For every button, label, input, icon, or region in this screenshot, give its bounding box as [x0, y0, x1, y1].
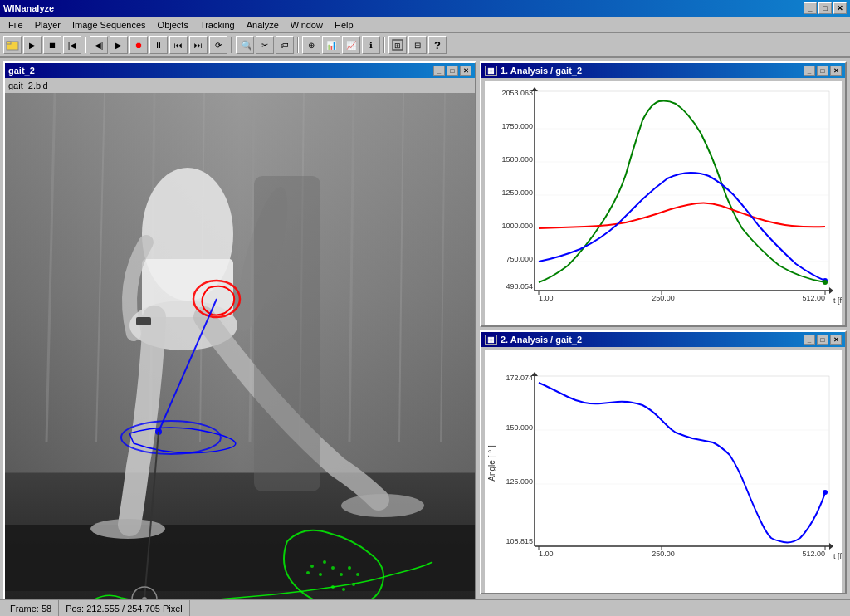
video-panel: gait_2 _ □ ✕ gait_2.bld	[3, 61, 476, 601]
svg-text:108.815: 108.815	[506, 537, 533, 545]
svg-point-22	[341, 494, 424, 517]
analysis2-minimize-btn[interactable]: _	[804, 335, 815, 345]
svg-rect-24	[254, 176, 320, 491]
menu-window[interactable]: Window	[286, 18, 328, 32]
svg-text:125.000: 125.000	[506, 477, 533, 486]
toolbar-record-btn[interactable]: ⏺	[129, 36, 148, 54]
toolbar-pause-btn[interactable]: ⏸	[149, 36, 168, 54]
svg-rect-23	[136, 317, 151, 325]
minimize-button[interactable]: _	[804, 2, 817, 14]
toolbar-btn5[interactable]: ⏮	[169, 36, 188, 54]
menu-bar: File Player Image Sequences Objects Trac…	[0, 17, 850, 33]
titlebar-controls: _ □ ✕	[804, 2, 847, 14]
chart-svg-2: Angle [ ° ] 172.074 150.000 125.000 108.…	[485, 350, 842, 593]
analysis-panel-1: ▦ 1. Analysis / gait_2 _ □ ✕ x [mm	[480, 61, 847, 327]
svg-text:150.000: 150.000	[506, 423, 533, 432]
svg-text:1.00: 1.00	[539, 550, 554, 558]
toolbar-first-btn[interactable]: |◀	[63, 36, 81, 54]
svg-point-105	[823, 490, 828, 495]
analysis1-close-btn[interactable]: ✕	[830, 66, 842, 76]
right-panels: ▦ 1. Analysis / gait_2 _ □ ✕ x [mm	[480, 61, 847, 594]
svg-point-37	[340, 573, 343, 576]
maximize-button[interactable]: □	[818, 2, 832, 14]
analysis1-title: 1. Analysis / gait_2	[501, 66, 582, 76]
toolbar-stop-btn[interactable]: ⏹	[43, 36, 61, 54]
svg-text:498.054: 498.054	[506, 282, 533, 291]
menu-file[interactable]: File	[3, 18, 28, 32]
svg-text:512.00: 512.00	[802, 550, 825, 558]
video-frame	[5, 93, 475, 599]
toolbar-scissors-btn[interactable]: ✂	[256, 36, 274, 54]
analysis2-maximize-btn[interactable]: □	[817, 335, 828, 345]
svg-text:750.000: 750.000	[506, 255, 533, 263]
toolbar-forward-btn[interactable]: ▶	[110, 36, 128, 54]
toolbar-tag-btn[interactable]: 🏷	[276, 36, 294, 54]
toolbar-open-btn[interactable]	[3, 36, 22, 54]
analysis2-close-btn[interactable]: ✕	[830, 335, 842, 345]
svg-text:1250.000: 1250.000	[501, 188, 533, 197]
video-titlebar: gait_2 _ □ ✕	[5, 63, 475, 78]
toolbar-btn6[interactable]: ⏭	[189, 36, 208, 54]
svg-text:1000.000: 1000.000	[501, 222, 533, 230]
video-minimize-btn[interactable]: _	[433, 66, 445, 76]
toolbar-sep1	[85, 37, 86, 53]
analysis1-minimize-btn[interactable]: _	[804, 66, 815, 76]
menu-player[interactable]: Player	[30, 18, 66, 32]
svg-point-34	[331, 566, 335, 570]
svg-rect-1	[7, 42, 11, 44]
video-close-btn[interactable]: ✕	[460, 66, 471, 76]
status-position: Pos: 212.555 / 254.705 Pixel	[59, 600, 190, 616]
svg-point-36	[306, 571, 310, 574]
toolbar-info-btn[interactable]: ℹ	[362, 36, 380, 54]
analysis1-titlebar: ▦ 1. Analysis / gait_2 _ □ ✕	[481, 63, 845, 78]
menu-help[interactable]: Help	[330, 18, 359, 32]
video-title: gait_2	[8, 66, 35, 76]
toolbar-btn7[interactable]: ⟳	[209, 36, 227, 54]
toolbar-help-btn[interactable]: ?	[428, 36, 447, 54]
status-bar: Frame: 58 Pos: 212.555 / 254.705 Pixel	[0, 599, 850, 616]
status-frame: Frame: 58	[3, 600, 59, 616]
svg-text:2053.063: 2053.063	[501, 89, 533, 97]
svg-point-42	[331, 585, 335, 589]
svg-rect-16	[5, 525, 475, 591]
svg-text:250.00: 250.00	[652, 294, 675, 302]
menu-analyze[interactable]: Analyze	[242, 18, 284, 32]
toolbar-view-btn[interactable]: ⊞	[388, 36, 407, 54]
svg-text:1500.000: 1500.000	[501, 155, 533, 164]
menu-image-sequences[interactable]: Image Sequences	[67, 18, 151, 32]
svg-text:512.00: 512.00	[802, 294, 825, 302]
main-content: gait_2 _ □ ✕ gait_2.bld	[0, 58, 850, 598]
analysis2-title: 2. Analysis / gait_2	[501, 335, 582, 345]
svg-rect-58	[535, 91, 829, 291]
analysis1-controls: _ □ ✕	[804, 66, 842, 76]
video-content[interactable]	[5, 93, 475, 599]
toolbar-play-btn[interactable]: ▶	[23, 36, 42, 54]
toolbar-track-btn[interactable]: ⊕	[302, 36, 320, 54]
toolbar-expand-btn[interactable]: ⊟	[408, 36, 427, 54]
svg-text:1.00: 1.00	[539, 294, 554, 302]
analysis-panel-2: ▦ 2. Analysis / gait_2 _ □ ✕ Angle	[480, 330, 847, 594]
svg-text:Angle [ ° ]: Angle [ ° ]	[487, 445, 496, 482]
toolbar-chart-btn[interactable]: 📈	[342, 36, 360, 54]
toolbar-zoom-btn[interactable]: 🔍	[236, 36, 254, 54]
toolbar-prev-frame-btn[interactable]: ◀|	[90, 36, 108, 54]
app-title: WINanalyze	[3, 3, 54, 13]
video-window-controls: _ □ ✕	[433, 66, 471, 76]
svg-point-21	[90, 519, 165, 539]
chart-area-2: Angle [ ° ] 172.074 150.000 125.000 108.…	[485, 350, 842, 593]
video-subtitle: gait_2.bld	[5, 78, 475, 93]
analysis1-maximize-btn[interactable]: □	[817, 66, 828, 76]
svg-point-33	[323, 560, 326, 564]
menu-objects[interactable]: Objects	[153, 18, 193, 32]
svg-text:t [frames]: t [frames]	[833, 552, 842, 560]
toolbar: ▶ ⏹ |◀ ◀| ▶ ⏺ ⏸ ⏮ ⏭ ⟳ 🔍 ✂ 🏷 ⊕ 📊 📈 ℹ ⊞ ⊟ …	[0, 33, 850, 58]
chart-area-1: x [mm] 2053.063 1750.000 1500.000 1250.0…	[485, 81, 842, 325]
svg-point-40	[352, 583, 355, 586]
svg-text:250.00: 250.00	[652, 550, 675, 558]
svg-point-84	[823, 280, 828, 285]
toolbar-sep3	[297, 37, 299, 53]
close-button[interactable]: ✕	[833, 2, 847, 14]
video-maximize-btn[interactable]: □	[447, 66, 458, 76]
toolbar-analysis-btn[interactable]: 📊	[322, 36, 340, 54]
menu-tracking[interactable]: Tracking	[195, 18, 240, 32]
